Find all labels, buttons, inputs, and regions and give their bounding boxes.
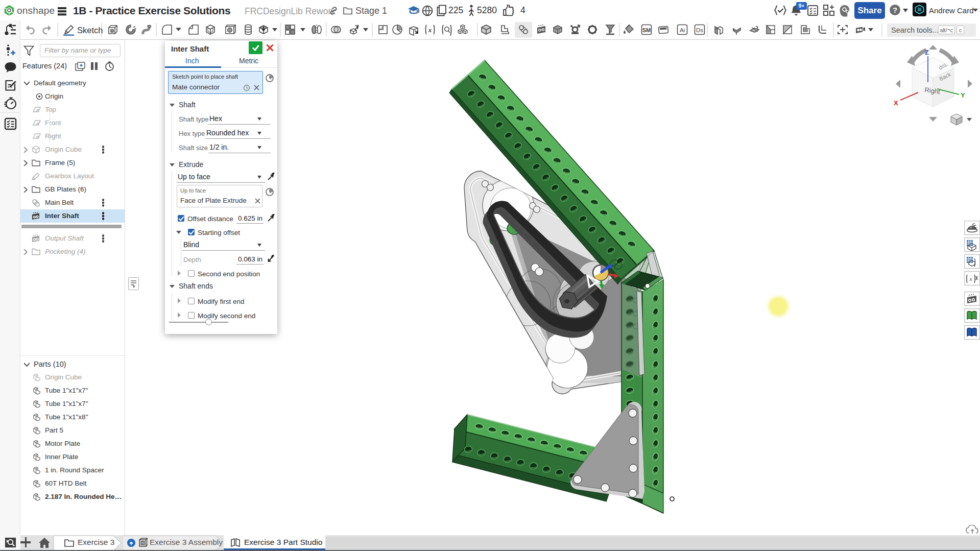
svg-text:SM: SM xyxy=(642,27,651,33)
svg-text:X: X xyxy=(894,99,898,107)
svg-text:Y: Y xyxy=(961,91,965,99)
svg-text:Ds: Ds xyxy=(696,27,703,33)
svg-text:x: x xyxy=(969,276,972,282)
svg-text:Z: Z xyxy=(925,49,929,56)
svg-text:?: ? xyxy=(893,6,897,14)
svg-text:Ai: Ai xyxy=(680,27,685,33)
